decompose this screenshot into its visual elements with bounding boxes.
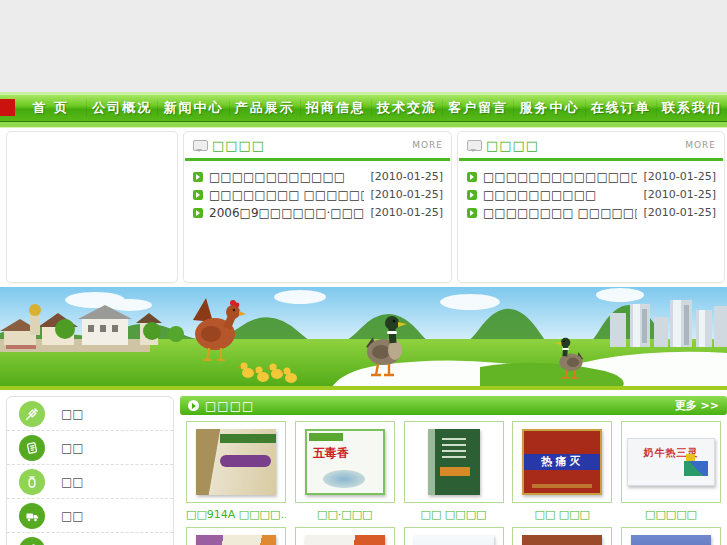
arrow-bullet-icon: [193, 172, 203, 182]
nav-underline-light: [0, 127, 727, 128]
product-box-text: 五毒香: [313, 445, 349, 462]
comment-icon: [467, 140, 482, 151]
product-thumb[interactable]: [186, 421, 286, 503]
news-right-title: □□□□: [486, 138, 539, 153]
product-card[interactable]: 热痛灭 □□ □□□: [512, 421, 612, 521]
nav-item-contact[interactable]: 联系我们: [656, 99, 727, 117]
sidebar-item-label: □□: [61, 509, 84, 523]
news-date: [2010-01-25]: [370, 188, 443, 201]
arrow-bullet-icon: [193, 190, 203, 200]
news-right-header: □□□□ MORE: [458, 132, 724, 156]
product-card[interactable]: 奶牛热三灵 □□□□□: [621, 421, 721, 521]
product-thumb[interactable]: [621, 527, 721, 545]
news-right-more-link[interactable]: MORE: [685, 140, 716, 150]
news-row: □□□□□□□□□□□□□□□□□… [2010-01-25]: [467, 168, 716, 185]
logo-banner: [0, 0, 727, 92]
truck-icon: [19, 503, 45, 529]
product-thumb[interactable]: [512, 527, 612, 545]
news-row: □□□□□□□□ □□□□□□□□… [2010-01-25]: [193, 186, 443, 203]
news-date: [2010-01-25]: [643, 206, 716, 219]
nav-item-investment[interactable]: 招商信息: [300, 99, 371, 117]
sidebar-item-category-2[interactable]: □□: [7, 431, 173, 465]
news-date: [2010-01-25]: [643, 170, 716, 183]
farm-scene-svg: [0, 287, 727, 390]
comment-icon: [193, 140, 208, 151]
news-left-title: □□□□: [212, 138, 265, 153]
products-row-2: [180, 527, 727, 545]
sidebar-item-label: □□: [61, 407, 84, 421]
bottle-icon: [19, 469, 45, 495]
arrow-bullet-icon: [467, 190, 477, 200]
product-thumb[interactable]: 奶牛热三灵: [621, 421, 721, 503]
sidebar-item-label: □□: [61, 441, 84, 455]
nav-item-guestbook[interactable]: 客户留言: [442, 99, 513, 117]
product-box-text: 奶牛热三灵: [628, 446, 714, 460]
product-thumb[interactable]: [295, 527, 395, 545]
news-right-list: □□□□□□□□□□□□□□□□□… [2010-01-25] □□□□□□□□…: [458, 161, 724, 221]
news-link[interactable]: □□□□□□□□□□□□: [209, 170, 364, 184]
product-thumb[interactable]: [186, 527, 286, 545]
news-row: □□□□□□□□□□□□ [2010-01-25]: [193, 168, 443, 185]
product-caption[interactable]: □□ □□□: [512, 508, 612, 521]
nav-item-news[interactable]: 新闻中心: [157, 99, 228, 117]
arrow-bullet-icon: [467, 172, 477, 182]
news-panel-left: □□□□ MORE □□□□□□□□□□□□ [2010-01-25] □□□□…: [183, 131, 452, 283]
syringe-icon: [19, 401, 45, 427]
sidebar-item-category-3[interactable]: □□: [7, 465, 173, 499]
sidebar-item-category-4[interactable]: □□: [7, 499, 173, 533]
sidebar-item-category-1[interactable]: □□: [7, 397, 173, 431]
news-link[interactable]: □□□□□□□□ □□□□□□□□: [483, 206, 637, 220]
product-thumb[interactable]: [404, 527, 504, 545]
product-caption[interactable]: □□□□□: [621, 508, 721, 521]
product-thumb[interactable]: [404, 421, 504, 503]
news-link[interactable]: 2006□9□□□□□□·□□□…: [209, 206, 364, 220]
news-row: □□□□□□□□□□ [2010-01-25]: [467, 186, 716, 203]
product-card[interactable]: □□914A □□□□…: [186, 421, 286, 521]
nav-item-service[interactable]: 服务中心: [513, 99, 584, 117]
nav-item-order[interactable]: 在线订单: [585, 99, 656, 117]
product-caption[interactable]: □□ □□□□: [404, 508, 504, 521]
news-link[interactable]: □□□□□□□□□□: [483, 188, 637, 202]
news-date: [2010-01-25]: [643, 188, 716, 201]
nav-item-technology[interactable]: 技术交流: [371, 99, 442, 117]
product-card[interactable]: [621, 527, 721, 545]
pills-icon: [19, 537, 45, 545]
product-card[interactable]: [512, 527, 612, 545]
product-thumb[interactable]: 五毒香: [295, 421, 395, 503]
news-left-more-link[interactable]: MORE: [412, 140, 443, 150]
nav-item-company[interactable]: 公司概况: [86, 99, 157, 117]
nav-item-products[interactable]: 产品展示: [229, 99, 300, 117]
product-thumb[interactable]: 热痛灭: [512, 421, 612, 503]
empty-panel: [6, 131, 178, 283]
sidebar-item-label: □□: [61, 475, 84, 489]
nav-red-accent: [0, 99, 15, 116]
farm-banner-image: [0, 287, 727, 390]
news-row: 2006□9□□□□□□·□□□… [2010-01-25]: [193, 204, 443, 221]
notepad-icon: [19, 435, 45, 461]
news-link[interactable]: □□□□□□□□□□□□□□□□□…: [483, 170, 637, 184]
news-panel-right: □□□□ MORE □□□□□□□□□□□□□□□□□… [2010-01-25…: [457, 131, 725, 283]
product-card[interactable]: 五毒香 □□·□□□: [295, 421, 395, 521]
main-nav: 首 页 公司概况 新闻中心 产品展示 招商信息 技术交流 客户留言 服务中心 在…: [0, 95, 727, 121]
product-card[interactable]: [404, 527, 504, 545]
products-more-link[interactable]: 更多 >>: [675, 398, 719, 413]
arrow-bullet-icon: [193, 208, 203, 218]
arrow-bullet-icon: [467, 208, 477, 218]
products-section: □□□□ 更多 >> □□914A □□□□… 五毒香 □□·□□□ □□ □□…: [180, 396, 727, 545]
news-row: □□□□□□□□ □□□□□□□□ [2010-01-25]: [467, 204, 716, 221]
products-header: □□□□ 更多 >>: [180, 396, 727, 415]
news-left-header: □□□□ MORE: [184, 132, 451, 156]
nav-item-home[interactable]: 首 页: [16, 99, 86, 117]
products-row-1: □□914A □□□□… 五毒香 □□·□□□ □□ □□□□ 热痛灭 □□ □…: [180, 421, 727, 521]
product-box-text: 热痛灭: [524, 454, 600, 470]
product-card[interactable]: [186, 527, 286, 545]
news-date: [2010-01-25]: [370, 206, 443, 219]
news-link[interactable]: □□□□□□□□ □□□□□□□□…: [209, 188, 364, 202]
sidebar-item-category-5[interactable]: □□: [7, 533, 173, 545]
news-left-list: □□□□□□□□□□□□ [2010-01-25] □□□□□□□□ □□□□□…: [184, 161, 451, 221]
product-card[interactable]: □□ □□□□: [404, 421, 504, 521]
product-caption[interactable]: □□914A □□□□…: [186, 508, 286, 521]
news-date: [2010-01-25]: [370, 170, 443, 183]
product-caption[interactable]: □□·□□□: [295, 508, 395, 521]
product-card[interactable]: [295, 527, 395, 545]
